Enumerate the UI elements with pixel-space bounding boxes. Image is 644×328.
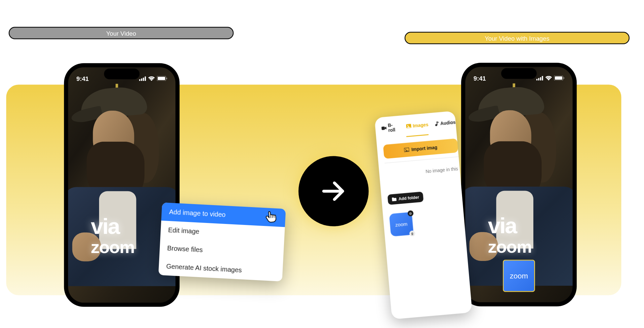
svg-rect-2 bbox=[143, 77, 144, 81]
panel-tabs: B-roll Images Audios bbox=[381, 117, 456, 133]
tab-images[interactable]: Images bbox=[406, 122, 428, 129]
signal-icon bbox=[536, 76, 543, 80]
overlay-text-via: via bbox=[488, 213, 517, 238]
battery-icon bbox=[157, 76, 167, 81]
status-time: 9:41 bbox=[474, 75, 486, 82]
add-folder-button[interactable]: Add folder bbox=[387, 192, 424, 205]
import-button-label: Import imag bbox=[411, 145, 438, 152]
arrow-right-icon bbox=[319, 176, 348, 206]
svg-rect-6 bbox=[166, 78, 167, 79]
zoom-app-thumbnail[interactable]: zoom ⚙ 🗑 bbox=[389, 212, 413, 237]
status-time: 9:41 bbox=[76, 75, 89, 82]
svg-rect-21 bbox=[542, 76, 543, 80]
import-images-button[interactable]: Import imag bbox=[383, 138, 458, 159]
gear-icon[interactable]: ⚙ bbox=[408, 210, 414, 216]
zoom-logo-text: zoom bbox=[510, 272, 528, 280]
image-icon bbox=[406, 124, 411, 128]
tab-underline bbox=[406, 134, 428, 137]
svg-line-8 bbox=[272, 216, 272, 218]
wifi-icon bbox=[148, 76, 155, 81]
battery-icon bbox=[554, 76, 564, 81]
svg-rect-24 bbox=[563, 77, 564, 79]
trash-icon[interactable]: 🗑 bbox=[409, 230, 415, 237]
svg-rect-0 bbox=[139, 79, 140, 81]
tab-images-label: Images bbox=[412, 122, 429, 128]
overlay-text-zoom: zoom bbox=[91, 237, 134, 257]
svg-line-7 bbox=[270, 216, 271, 218]
svg-rect-18 bbox=[536, 79, 538, 80]
tab-broll[interactable]: B-roll bbox=[381, 122, 400, 133]
audio-icon bbox=[435, 121, 439, 126]
svg-rect-1 bbox=[141, 78, 142, 81]
phone-right: 9:41 via zoom zoom bbox=[461, 63, 577, 307]
cursor-pointer-icon bbox=[265, 210, 277, 226]
video-person bbox=[68, 84, 175, 249]
svg-rect-23 bbox=[555, 76, 562, 80]
add-folder-label: Add folder bbox=[398, 195, 419, 201]
wifi-icon bbox=[545, 76, 552, 80]
svg-point-17 bbox=[405, 149, 406, 150]
svg-rect-5 bbox=[158, 77, 165, 80]
menu-item-label: Add image to video bbox=[169, 208, 226, 218]
phone-screen-right: 9:41 via zoom zoom bbox=[465, 67, 573, 303]
image-small-icon bbox=[404, 148, 409, 152]
label-left-text: Your Video bbox=[106, 29, 136, 36]
svg-rect-11 bbox=[381, 127, 385, 130]
folder-plus-icon bbox=[392, 197, 397, 201]
context-menu: Add image to video Edit image Browse fil… bbox=[159, 202, 286, 281]
status-icons bbox=[536, 76, 564, 81]
label-your-video-with-images: Your Video with Images bbox=[405, 32, 629, 44]
video-person bbox=[465, 84, 573, 249]
tab-broll-label: B-roll bbox=[388, 122, 400, 133]
phone-notch bbox=[104, 69, 140, 80]
menu-item-label: Generate AI stock images bbox=[166, 263, 242, 273]
zoom-logo-overlay: zoom bbox=[503, 260, 535, 292]
phone-notch bbox=[501, 68, 537, 79]
tab-audios-label: Audios bbox=[440, 120, 456, 126]
svg-line-9 bbox=[274, 216, 274, 218]
arrow-circle bbox=[299, 156, 369, 227]
menu-item-label: Browse files bbox=[167, 244, 203, 253]
overlay-text-zoom: zoom bbox=[488, 237, 532, 257]
signal-icon bbox=[139, 76, 146, 81]
label-your-video: Your Video bbox=[9, 27, 233, 39]
menu-item-label: Edit image bbox=[168, 226, 199, 235]
overlay-text-via: via bbox=[91, 213, 119, 239]
svg-rect-16 bbox=[404, 148, 409, 152]
svg-rect-3 bbox=[145, 76, 146, 81]
status-icons bbox=[139, 76, 167, 81]
tab-audios[interactable]: Audios bbox=[435, 120, 456, 126]
video-icon bbox=[381, 126, 387, 130]
empty-state-text: No image in this bbox=[385, 166, 460, 177]
label-right-text: Your Video with Images bbox=[485, 34, 550, 41]
svg-rect-20 bbox=[540, 77, 541, 80]
svg-rect-19 bbox=[538, 78, 539, 81]
zoom-app-label: zoom bbox=[395, 221, 408, 228]
